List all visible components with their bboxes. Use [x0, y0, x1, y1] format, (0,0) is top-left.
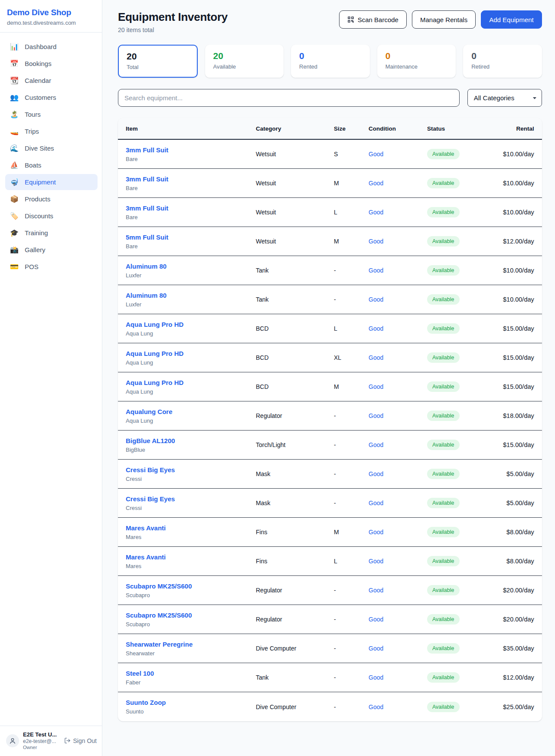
item-cell: Suunto Zoop Suunto [126, 699, 256, 715]
item-link[interactable]: Scubapro MK25/S600 [126, 611, 192, 619]
search-input[interactable] [118, 89, 460, 107]
condition-link[interactable]: Good [369, 180, 383, 187]
status-cell: Available [427, 614, 503, 625]
stat-card-maintenance[interactable]: 0 Maintenance [377, 45, 456, 78]
item-link[interactable]: Aqualung Core [126, 408, 173, 415]
status-badge: Available [427, 352, 460, 363]
item-link[interactable]: Suunto Zoop [126, 699, 166, 706]
stat-card-rented[interactable]: 0 Rented [291, 45, 370, 78]
stat-card-available[interactable]: 20 Available [205, 45, 284, 78]
condition-link[interactable]: Good [369, 209, 383, 216]
item-link[interactable]: Mares Avanti [126, 524, 166, 532]
item-link[interactable]: Aqua Lung Pro HD [126, 321, 183, 328]
item-link[interactable]: Scubapro MK25/S600 [126, 582, 192, 590]
sidebar-item-discounts[interactable]: 🏷️ Discounts [5, 208, 98, 224]
condition-link[interactable]: Good [369, 616, 383, 623]
stat-card-retired[interactable]: 0 Retired [463, 45, 542, 78]
condition-link[interactable]: Good [369, 500, 383, 506]
condition-link[interactable]: Good [369, 151, 383, 158]
sidebar-item-training[interactable]: 🎓 Training [5, 225, 98, 241]
stat-card-total[interactable]: 20 Total [118, 45, 198, 78]
item-link[interactable]: 3mm Full Suit [126, 146, 168, 154]
add-equipment-button[interactable]: Add Equipment [481, 10, 542, 29]
table-row: BigBlue AL1200 BigBlue Torch/Light - Goo… [118, 431, 542, 460]
item-link[interactable]: 5mm Full Suit [126, 233, 168, 241]
sidebar-item-products[interactable]: 📦 Products [5, 191, 98, 207]
status-badge: Available [427, 643, 460, 654]
status-cell: Available [427, 207, 503, 217]
condition-cell: Good [369, 470, 427, 478]
calendar-icon: 📅 [10, 59, 19, 68]
sidebar-item-dive-sites[interactable]: 🌊 Dive Sites [5, 140, 98, 156]
condition-link[interactable]: Good [369, 587, 383, 594]
bar-chart-icon: 📊 [10, 43, 19, 51]
condition-cell: Good [369, 383, 427, 391]
item-brand: Bare [126, 156, 256, 162]
category-cell: Regulator [256, 412, 334, 419]
filters-row: All Categories [118, 89, 542, 107]
item-cell: Scubapro MK25/S600 Scubapro [126, 582, 256, 598]
condition-link[interactable]: Good [369, 383, 383, 390]
size-cell: S [334, 151, 369, 158]
condition-link[interactable]: Good [369, 441, 383, 448]
sidebar-item-equipment[interactable]: 🤿 Equipment [5, 174, 98, 190]
wave-icon: 🌊 [10, 144, 19, 152]
status-cell: Available [427, 643, 503, 654]
item-link[interactable]: Cressi Big Eyes [126, 466, 175, 473]
sidebar-item-bookings[interactable]: 📅 Bookings [5, 56, 98, 72]
condition-link[interactable]: Good [369, 703, 383, 710]
sidebar-item-tours[interactable]: 🏝️ Tours [5, 106, 98, 122]
size-cell: - [334, 470, 369, 477]
rental-cell: $15.00/day [503, 383, 534, 390]
item-link[interactable]: 3mm Full Suit [126, 175, 168, 183]
sign-out-button[interactable]: Sign Out [64, 737, 97, 744]
status-badge: Available [427, 440, 460, 450]
condition-link[interactable]: Good [369, 412, 383, 419]
sidebar-item-calendar[interactable]: 📆 Calendar [5, 72, 98, 89]
item-cell: 5mm Full Suit Bare [126, 233, 256, 250]
item-link[interactable]: Shearwater Peregrine [126, 641, 193, 648]
condition-link[interactable]: Good [369, 674, 383, 681]
condition-link[interactable]: Good [369, 325, 383, 332]
sidebar: Demo Dive Shop demo.test.divestreams.com… [0, 0, 102, 756]
condition-link[interactable]: Good [369, 529, 383, 536]
item-link[interactable]: Aqua Lung Pro HD [126, 350, 183, 357]
status-badge: Available [427, 323, 460, 334]
sidebar-item-customers[interactable]: 👥 Customers [5, 89, 98, 105]
item-link[interactable]: Cressi Big Eyes [126, 495, 175, 503]
scan-barcode-button[interactable]: Scan Barcode [339, 10, 407, 29]
item-cell: Cressi Big Eyes Cressi [126, 466, 256, 482]
condition-link[interactable]: Good [369, 558, 383, 565]
category-cell: Fins [256, 558, 334, 565]
condition-link[interactable]: Good [369, 645, 383, 652]
item-link[interactable]: Mares Avanti [126, 553, 166, 561]
item-link[interactable]: Aluminum 80 [126, 263, 166, 270]
sidebar-item-pos[interactable]: 💳 POS [5, 259, 98, 275]
status-cell: Available [427, 469, 503, 479]
size-cell: L [334, 209, 369, 216]
condition-link[interactable]: Good [369, 470, 383, 477]
item-brand: Bare [126, 185, 256, 191]
condition-link[interactable]: Good [369, 238, 383, 245]
condition-link[interactable]: Good [369, 296, 383, 303]
sidebar-item-trips[interactable]: 🚤 Trips [5, 123, 98, 139]
condition-link[interactable]: Good [369, 267, 383, 274]
manage-rentals-button[interactable]: Manage Rentals [412, 10, 476, 29]
sidebar-item-gallery[interactable]: 📸 Gallery [5, 242, 98, 258]
item-link[interactable]: 3mm Full Suit [126, 204, 168, 212]
item-cell: Steel 100 Faber [126, 670, 256, 686]
category-select[interactable]: All Categories [467, 89, 542, 107]
table-header-row: Item Category Size Condition Status Rent… [118, 118, 542, 140]
column-header-condition: Condition [369, 125, 427, 132]
item-link[interactable]: BigBlue AL1200 [126, 437, 175, 444]
sidebar-item-boats[interactable]: ⛵ Boats [5, 157, 98, 173]
condition-link[interactable]: Good [369, 354, 383, 361]
item-link[interactable]: Aluminum 80 [126, 292, 166, 299]
stat-label: Retired [471, 63, 534, 70]
rental-cell: $10.00/day [503, 151, 534, 158]
item-link[interactable]: Steel 100 [126, 670, 154, 677]
status-cell: Available [427, 236, 503, 247]
status-cell: Available [427, 149, 503, 159]
sidebar-item-dashboard[interactable]: 📊 Dashboard [5, 39, 98, 55]
item-link[interactable]: Aqua Lung Pro HD [126, 379, 183, 386]
